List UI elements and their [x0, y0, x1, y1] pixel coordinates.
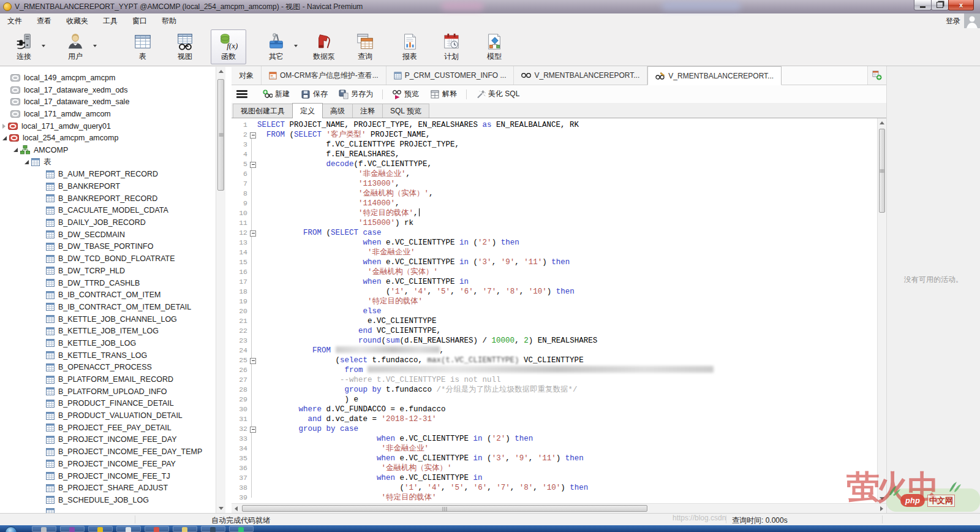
tree-item-connection[interactable]: local_149_amcpm_amcpm — [0, 72, 216, 84]
editor-vscrollbar[interactable] — [877, 118, 886, 503]
code-line[interactable]: 32 group by case — [232, 424, 877, 434]
new-tab-button[interactable] — [867, 66, 886, 85]
tree-item-table[interactable]: B_BANKREPORT_RECORD — [0, 192, 216, 205]
toolbar-button-view[interactable]: 视图 — [167, 29, 203, 64]
toolbar-button-connection[interactable]: 连接 — [6, 29, 42, 64]
code-line[interactable]: 19 '特定目的载体' — [232, 297, 877, 306]
code-line[interactable]: 20 else — [232, 306, 877, 316]
code-line[interactable]: 6 '非金融企业', — [232, 169, 877, 179]
code-line[interactable]: 34 '非金融企业' — [232, 444, 877, 454]
code-line[interactable]: 22 end VC_CLIENTTYPE, — [232, 326, 877, 336]
tree-scrollbar[interactable] — [216, 67, 225, 513]
menubar-item[interactable]: 查看 — [29, 14, 59, 28]
chevron-down-icon[interactable] — [294, 45, 298, 47]
scroll-up-button[interactable] — [878, 118, 886, 127]
code-line[interactable]: 12 FROM (SELECT case — [232, 228, 877, 238]
save-as-button[interactable]: 另存为 — [334, 87, 377, 101]
tree-item-table[interactable]: B_PROJECT_INCOME_FEE_PAY — [0, 458, 216, 470]
code-line[interactable]: 10 '特定目的载体', — [232, 208, 877, 218]
toolbar-button-table[interactable]: 表 — [125, 29, 160, 64]
tree-item-table[interactable]: B_KETTLE_JOB_LOG — [0, 337, 216, 349]
tree-item-table[interactable]: B_PLATFORM_EMAIL_RECORD — [0, 373, 216, 386]
new-button[interactable]: 新建 — [258, 87, 294, 101]
toolbar-button-user[interactable]: 用户 — [58, 29, 93, 64]
tree-item-tables-folder[interactable]: 表 — [0, 156, 216, 169]
tree-item-table[interactable]: B_DW_TTRD_CASHLB — [0, 277, 216, 289]
tree-item-table[interactable] — [0, 506, 216, 513]
tree-item-connection[interactable]: local_171_amdw_amcom — [0, 108, 216, 120]
expand-arrow[interactable] — [13, 148, 18, 152]
code-line[interactable]: 36 '金融机构（实体）' — [232, 463, 877, 473]
code-line[interactable]: 17 when e.VC_CLIENTTYPE in — [232, 277, 877, 287]
pane-splitter[interactable] — [225, 67, 232, 513]
toolbar-button-datapump[interactable]: 数据泵 — [306, 29, 342, 64]
fold-toggle[interactable] — [250, 230, 256, 237]
tree-item-table[interactable]: B_AUM_REPORT_RECORD — [0, 169, 216, 181]
object-tab[interactable]: V_RMENTBALANCEREPORT... — [647, 66, 782, 85]
code-line[interactable]: 13 when e.VC_CLIENTTYPE in ('2') then — [232, 238, 877, 248]
code-line[interactable]: 30 where d.VC_FUNDACCO = e.fundacco — [232, 405, 877, 414]
beautify-sql-button[interactable]: 美化 SQL — [472, 87, 524, 101]
tree-item-table[interactable]: B_PROJECT_INCOME_FEE_DAY_TEMP — [0, 446, 216, 458]
taskbar-app-icon[interactable] — [88, 526, 113, 532]
code-line[interactable]: 28 group by t.fundacco /*分组是为了防止垃圾数据即重复数… — [232, 385, 877, 395]
tree-item-table[interactable]: B_KETTLE_JOB_ITEM_LOG — [0, 325, 216, 337]
code-line[interactable]: 21 e.VC_CLIENTTYPE — [232, 316, 877, 326]
save-button[interactable]: 保存 — [296, 87, 332, 101]
code-line[interactable]: 23 round(sum(d.EN_REALSHARES) / 10000, 2… — [232, 336, 877, 346]
tab-advanced[interactable]: 高级 — [322, 104, 353, 118]
code-lines[interactable]: 1SELECT PROJECT_NAME, PROJECT_TYPE, EN_R… — [232, 118, 877, 503]
menubar-item[interactable]: 工具 — [96, 14, 125, 28]
menubar-item[interactable]: 帮助 — [154, 14, 184, 28]
toolbar-button-model[interactable]: 模型 — [477, 29, 512, 64]
tree-item-connection[interactable]: local_254_amcpm_amcomp — [0, 132, 216, 144]
tree-item-connection[interactable]: local_17_dataware_xedm_ods — [0, 84, 216, 96]
menubar-item[interactable]: 窗口 — [125, 14, 154, 28]
toolbar-button-schedule[interactable]: 计划 — [434, 29, 469, 64]
explain-button[interactable]: 解释 — [426, 87, 461, 101]
code-line[interactable]: 14 '非金融企业' — [232, 248, 877, 257]
tree-item-table[interactable]: B_PRODUCT_VALUATION_DETAIL — [0, 409, 216, 422]
code-line[interactable]: 15 when e.VC_CLIENTTYPE in ('3', '9', '1… — [232, 257, 877, 267]
code-line[interactable]: 7 '113000', — [232, 179, 877, 189]
tree-item-table[interactable]: B_IB_CONTRACT_OM_ITEM_DETAIL — [0, 301, 216, 313]
code-line[interactable]: 35 when e.VC_CLIENTTYPE in ('3', '9', '1… — [232, 454, 877, 463]
close-button[interactable]: x — [948, 0, 974, 10]
code-line[interactable]: 37 when e.VC_CLIENTTYPE in — [232, 473, 877, 483]
tree-item-connection[interactable]: local_171_amdw_query01 — [0, 120, 216, 132]
toolbar-button-others[interactable]: 其它 — [258, 29, 294, 64]
object-tab[interactable]: V_RMENTBALANCEREPORT... — [514, 66, 647, 85]
object-tab-objects[interactable]: 对象 — [232, 66, 262, 85]
expand-arrow[interactable] — [24, 160, 29, 164]
taskbar-app-icon[interactable] — [32, 526, 56, 532]
tree-item-table[interactable]: B_PLATFORM_UPLOAD_INFO — [0, 386, 216, 398]
code-line[interactable]: 39 '特定目的载体' — [232, 493, 877, 503]
tree-item-table[interactable]: B_DW_TCD_BOND_FLOATRATE — [0, 253, 216, 265]
taskbar-app-icon[interactable] — [145, 526, 169, 532]
tree-item-table[interactable]: B_PROJECT_FEE_PAY_DETAIL — [0, 422, 216, 434]
fold-toggle[interactable] — [250, 162, 256, 168]
hamburger-menu-button[interactable] — [236, 90, 247, 98]
tree-item-table[interactable]: B_KETTLE_JOB_CHANNEL_LOG — [0, 313, 216, 325]
windows-taskbar[interactable] — [0, 525, 980, 532]
scroll-down-button[interactable] — [216, 504, 225, 513]
code-line[interactable]: 26 from — [232, 365, 877, 375]
tab-definition[interactable]: 定义 — [292, 103, 323, 118]
menubar-item[interactable]: 收藏夹 — [59, 14, 96, 28]
fold-toggle[interactable] — [250, 427, 256, 433]
scrollbar-thumb[interactable] — [879, 129, 885, 213]
editor-hscrollbar[interactable] — [232, 503, 886, 513]
code-line[interactable]: 29 ) e — [232, 395, 877, 405]
tree-item-table[interactable]: B_DW_TBASE_PORTINFO — [0, 241, 216, 253]
tree-item-table[interactable]: B_IB_CONTRACT_OM_ITEM — [0, 289, 216, 301]
tab-view-builder[interactable]: 视图创建工具 — [233, 104, 293, 118]
user-avatar[interactable] — [964, 13, 980, 28]
tree-item-table[interactable]: B_PRODUCT_FINANCE_DETAIL — [0, 398, 216, 410]
fold-toggle[interactable] — [250, 358, 256, 364]
taskbar-app-icon[interactable] — [201, 526, 225, 532]
scrollbar-thumb[interactable] — [217, 79, 224, 191]
code-line[interactable]: 2 FROM (SELECT '客户类型' PROJECT_NAME, — [232, 130, 877, 140]
code-line[interactable]: 33 when e.VC_CLIENTTYPE in ('2') then — [232, 434, 877, 444]
toolbar-button-report[interactable]: 报表 — [392, 29, 428, 64]
tab-comment[interactable]: 注释 — [352, 104, 383, 118]
